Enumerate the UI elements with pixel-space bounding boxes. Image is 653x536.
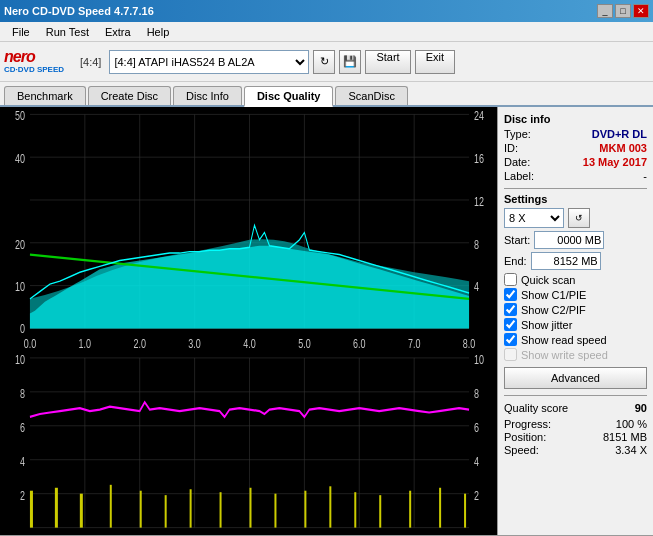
tabs-bar: Benchmark Create Disc Disc Info Disc Qua…: [0, 82, 653, 107]
show-read-speed-row: Show read speed: [504, 333, 647, 346]
refresh-button[interactable]: ↻: [313, 50, 335, 74]
menu-run-test[interactable]: Run Test: [38, 24, 97, 40]
quality-score-label: Quality score: [504, 402, 568, 414]
divider-1: [504, 188, 647, 189]
svg-text:20: 20: [15, 237, 25, 251]
svg-text:10: 10: [15, 352, 25, 366]
svg-text:10: 10: [474, 352, 484, 366]
maximize-button[interactable]: □: [615, 4, 631, 18]
tab-create-disc[interactable]: Create Disc: [88, 86, 171, 105]
quick-scan-row: Quick scan: [504, 273, 647, 286]
tab-scan-disc[interactable]: ScanDisc: [335, 86, 407, 105]
id-value: MKM 003: [599, 142, 647, 154]
svg-text:3.0: 3.0: [188, 336, 200, 350]
svg-text:0: 0: [20, 321, 25, 335]
toolbar: nero CD·DVD SPEED [4:4] [4:4] ATAPI iHAS…: [0, 42, 653, 82]
svg-text:7.0: 7.0: [408, 336, 420, 350]
chart-area: 50 40 20 10 0 24 16 12 8 4: [0, 107, 498, 535]
svg-rect-69: [274, 494, 276, 528]
svg-text:6: 6: [20, 420, 25, 434]
show-jitter-checkbox[interactable]: [504, 318, 517, 331]
end-label: End:: [504, 255, 527, 267]
quality-score-value: 90: [635, 402, 647, 414]
menu-extra[interactable]: Extra: [97, 24, 139, 40]
close-button[interactable]: ✕: [633, 4, 649, 18]
position-value: 8151 MB: [603, 431, 647, 443]
svg-rect-73: [379, 495, 381, 527]
window-controls: _ □ ✕: [597, 4, 649, 18]
settings-title: Settings: [504, 193, 647, 205]
date-label: Date:: [504, 156, 530, 168]
progress-section: Progress: 100 % Position: 8151 MB Speed:…: [504, 418, 647, 456]
show-write-speed-row: Show write speed: [504, 348, 647, 361]
svg-text:5.0: 5.0: [298, 336, 310, 350]
show-jitter-label: Show jitter: [521, 319, 572, 331]
minimize-button[interactable]: _: [597, 4, 613, 18]
disc-label-row: Label: -: [504, 170, 647, 182]
speed-row: 8 X ↺: [504, 208, 647, 228]
speed-reset-button[interactable]: ↺: [568, 208, 590, 228]
tab-disc-info[interactable]: Disc Info: [173, 86, 242, 105]
progress-row: Progress: 100 %: [504, 418, 647, 430]
right-panel: Disc info Type: DVD+R DL ID: MKM 003 Dat…: [498, 107, 653, 535]
type-label: Type:: [504, 128, 531, 140]
divider-2: [504, 395, 647, 396]
main-content: 50 40 20 10 0 24 16 12 8 4: [0, 107, 653, 535]
svg-rect-60: [30, 491, 33, 528]
exit-button[interactable]: Exit: [415, 50, 455, 74]
speed-row-progress: Speed: 3.34 X: [504, 444, 647, 456]
disc-info-title: Disc info: [504, 113, 647, 125]
svg-rect-74: [409, 491, 411, 528]
show-read-speed-checkbox[interactable]: [504, 333, 517, 346]
show-write-speed-checkbox[interactable]: [504, 348, 517, 361]
date-value: 13 May 2017: [583, 156, 647, 168]
show-write-speed-label: Show write speed: [521, 349, 608, 361]
svg-rect-72: [354, 492, 356, 527]
svg-text:16: 16: [474, 151, 484, 165]
show-c2pif-label: Show C2/PIF: [521, 304, 586, 316]
menu-bar: File Run Test Extra Help: [0, 22, 653, 42]
show-c2pif-checkbox[interactable]: [504, 303, 517, 316]
speed-label: Speed:: [504, 444, 539, 456]
show-read-speed-label: Show read speed: [521, 334, 607, 346]
svg-text:2: 2: [474, 488, 479, 502]
menu-file[interactable]: File: [4, 24, 38, 40]
speed-select[interactable]: 8 X: [504, 208, 564, 228]
svg-text:8: 8: [20, 386, 25, 400]
menu-help[interactable]: Help: [139, 24, 178, 40]
svg-text:50: 50: [15, 109, 25, 123]
start-button[interactable]: Start: [365, 50, 410, 74]
start-row: Start:: [504, 231, 647, 249]
progress-label: Progress:: [504, 418, 551, 430]
end-input[interactable]: [531, 252, 601, 270]
show-c1pie-checkbox[interactable]: [504, 288, 517, 301]
speed-value: 3.34 X: [615, 444, 647, 456]
svg-text:6: 6: [474, 420, 479, 434]
svg-text:24: 24: [474, 109, 484, 123]
show-jitter-row: Show jitter: [504, 318, 647, 331]
svg-text:4.0: 4.0: [243, 336, 255, 350]
advanced-button[interactable]: Advanced: [504, 367, 647, 389]
disc-id-row: ID: MKM 003: [504, 142, 647, 154]
quick-scan-label: Quick scan: [521, 274, 575, 286]
tab-disc-quality[interactable]: Disc Quality: [244, 86, 334, 107]
svg-rect-70: [304, 491, 306, 528]
svg-text:0.0: 0.0: [24, 336, 36, 350]
svg-text:8: 8: [474, 237, 479, 251]
svg-rect-63: [110, 485, 112, 528]
drive-label-prefix: [4:4]: [76, 56, 105, 68]
position-row: Position: 8151 MB: [504, 431, 647, 443]
show-c1pie-label: Show C1/PIE: [521, 289, 586, 301]
start-input[interactable]: [534, 231, 604, 249]
svg-text:4: 4: [474, 280, 479, 294]
svg-text:12: 12: [474, 194, 484, 208]
drive-select[interactable]: [4:4] ATAPI iHAS524 B AL2A: [109, 50, 309, 74]
tab-benchmark[interactable]: Benchmark: [4, 86, 86, 105]
id-label: ID:: [504, 142, 518, 154]
quick-scan-checkbox[interactable]: [504, 273, 517, 286]
svg-rect-62: [80, 494, 83, 528]
title-bar: Nero CD-DVD Speed 4.7.7.16 _ □ ✕: [0, 0, 653, 22]
save-button[interactable]: 💾: [339, 50, 361, 74]
svg-rect-64: [140, 491, 142, 528]
svg-rect-61: [55, 488, 58, 528]
